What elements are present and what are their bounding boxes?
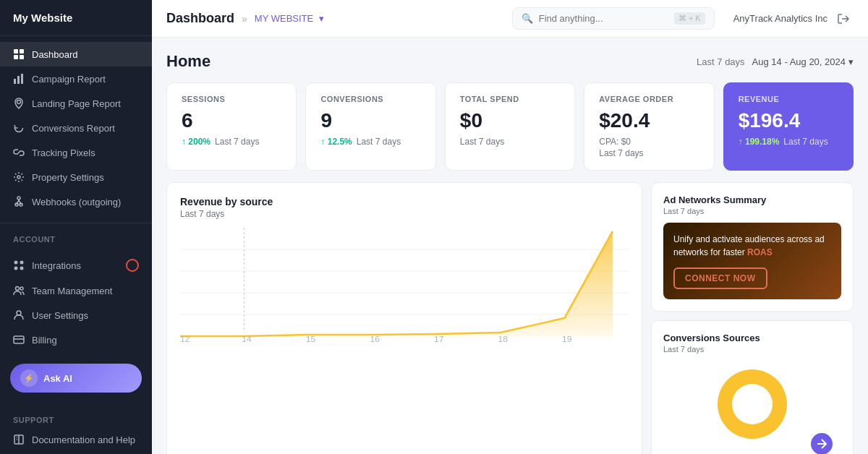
search-input[interactable] (539, 13, 668, 24)
svg-point-34 (732, 384, 773, 424)
sidebar-item-label: Landing Page Report (32, 98, 121, 109)
charts-row: Revenue by source Last 7 days (166, 182, 854, 454)
svg-text:18: 18 (498, 335, 509, 343)
svg-point-8 (17, 176, 20, 179)
stat-period: Last 7 days (783, 137, 827, 147)
stat-label: TOTAL SPEND (460, 95, 560, 103)
book-icon (13, 434, 25, 445)
svg-text:14: 14 (242, 335, 252, 343)
grid2-icon (13, 260, 25, 271)
date-range-text: Aug 14 - Aug 20, 2024 (752, 56, 846, 67)
svg-rect-1 (20, 49, 24, 53)
sidebar-item-label: Tracking Pixels (32, 147, 95, 158)
breadcrumb-dropdown-icon: ▾ (319, 13, 324, 24)
svg-rect-0 (14, 49, 18, 53)
svg-point-13 (20, 261, 24, 265)
sidebar-item-conversions-report[interactable]: Conversions Report (0, 116, 152, 140)
chart-side-panel: Ad Networks Summary Last 7 days Unify an… (651, 182, 854, 454)
search-icon: 🔍 (522, 13, 533, 24)
stat-period: Last 7 days (599, 148, 699, 158)
stat-period: Last 7 days (215, 137, 259, 147)
header: Dashboard » MY WEBSITE ▾ 🔍 ⌘ + K AnyTrac… (152, 0, 868, 38)
header-breadcrumb[interactable]: MY WEBSITE ▾ (255, 13, 324, 24)
card-icon (13, 334, 25, 346)
stat-cpa: CPA: $0 (599, 137, 631, 147)
ad-networks-banner: Unify and activate audiences across ad n… (663, 223, 841, 299)
svg-point-15 (20, 267, 24, 270)
ad-networks-sub: Last 7 days (663, 207, 841, 215)
logout-button[interactable] (833, 9, 854, 29)
stat-label: SESSIONS (182, 95, 281, 103)
stat-card-conversions: CONVERSIONS 9 ↑ 12.5% Last 7 days (305, 82, 435, 171)
sidebar-item-label: Conversions Report (32, 123, 115, 134)
svg-rect-3 (20, 55, 24, 59)
search-shortcut: ⌘ + K (674, 12, 705, 25)
sidebar-item-docs[interactable]: Documentation and Help (0, 427, 152, 452)
sidebar-item-user-settings[interactable]: User Settings (0, 303, 152, 327)
donut-svg (709, 361, 796, 447)
sidebar-item-team-management[interactable]: Team Management (0, 278, 152, 303)
connect-now-button[interactable]: CONNECT NOW (673, 267, 767, 289)
sidebar-account-nav: Integrations Team Management User Settin… (0, 247, 152, 358)
sidebar-item-integrations[interactable]: Integrations (0, 252, 152, 278)
svg-point-18 (17, 311, 21, 315)
svg-text:16: 16 (370, 335, 380, 343)
stat-change: ↑ 199.18% (739, 137, 780, 147)
stat-change: ↑ 12.5% (320, 137, 352, 147)
stat-sub: CPA: $0 (599, 137, 699, 147)
sidebar-item-landing-page-report[interactable]: Landing Page Report (0, 91, 152, 116)
header-search-container: 🔍 ⌘ + K (512, 7, 715, 30)
webhook-icon (13, 196, 25, 207)
sidebar-item-property-settings[interactable]: Property Settings (0, 165, 152, 189)
team-icon (13, 285, 25, 296)
support-section: Support Documentation and Help (0, 404, 152, 454)
stat-card-revenue: REVENUE $196.4 ↑ 199.18% Last 7 days (723, 82, 854, 171)
ask-ai-button[interactable]: ⚡ Ask AI (10, 364, 142, 393)
svg-text:19: 19 (562, 335, 572, 343)
navigate-button[interactable] (811, 433, 833, 454)
svg-text:17: 17 (434, 335, 444, 343)
svg-point-7 (17, 100, 21, 104)
sidebar-item-webhooks[interactable]: Webhooks (outgoing) (0, 189, 152, 214)
svg-point-17 (20, 287, 23, 290)
sidebar-item-campaign-report[interactable]: Campaign Report (0, 67, 152, 91)
stat-change: ↑ 200% (182, 137, 210, 147)
ad-networks-desc: Unify and activate audiences across ad n… (673, 233, 831, 259)
breadcrumb-label: MY WEBSITE (255, 13, 313, 24)
sidebar-item-tracking-pixels[interactable]: Tracking Pixels (0, 140, 152, 165)
svg-rect-2 (14, 55, 18, 59)
svg-rect-5 (17, 76, 20, 84)
date-range-label: Last 7 days (697, 56, 745, 67)
revenue-chart-subtitle: Last 7 days (180, 209, 629, 219)
conv-sources-sub: Last 7 days (663, 345, 841, 354)
sidebar-item-label: Dashboard (32, 49, 78, 60)
page-header: Home Last 7 days Aug 14 - Aug 20, 2024 ▾ (166, 52, 854, 71)
svg-point-16 (16, 287, 20, 291)
sidebar-item-label: User Settings (32, 310, 88, 321)
revenue-chart-svg: 12 14 15 16 17 18 19 (180, 228, 629, 343)
settings-icon (13, 171, 25, 183)
account-section-label: Account (0, 226, 152, 247)
sidebar-bottom: ⚡ Ask AI (0, 358, 152, 404)
stat-sub: ↑ 12.5% Last 7 days (320, 137, 420, 147)
ad-networks-title: Ad Networks Summary (663, 194, 841, 205)
date-range-chevron-icon: ▾ (848, 56, 854, 67)
conversions-sources-card: Conversions Sources Last 7 days direct 1… (651, 320, 854, 454)
sidebar-item-label: Documentation and Help (32, 434, 135, 445)
sidebar-item-dashboard[interactable]: Dashboard (0, 42, 152, 67)
stats-row: SESSIONS 6 ↑ 200% Last 7 days CONVERSION… (166, 82, 854, 171)
support-label: Support (0, 410, 152, 427)
sidebar-item-label: Webhooks (outgoing) (32, 197, 121, 207)
stat-label: REVENUE (739, 95, 838, 103)
ask-ai-label: Ask AI (43, 373, 72, 384)
header-chevron-icon: » (242, 13, 247, 25)
sidebar-item-label: Property Settings (32, 172, 104, 183)
main-content: Dashboard » MY WEBSITE ▾ 🔍 ⌘ + K AnyTrac… (152, 0, 868, 454)
header-user: AnyTrack Analytics Inc (733, 9, 854, 29)
sidebar-item-billing[interactable]: Billing (0, 327, 152, 352)
stat-sub: Last 7 days (460, 137, 560, 147)
user-name: AnyTrack Analytics Inc (733, 13, 827, 24)
ask-ai-icon: ⚡ (20, 369, 38, 387)
date-range-picker[interactable]: Aug 14 - Aug 20, 2024 ▾ (752, 56, 854, 67)
stat-card-sessions: SESSIONS 6 ↑ 200% Last 7 days (166, 82, 297, 171)
